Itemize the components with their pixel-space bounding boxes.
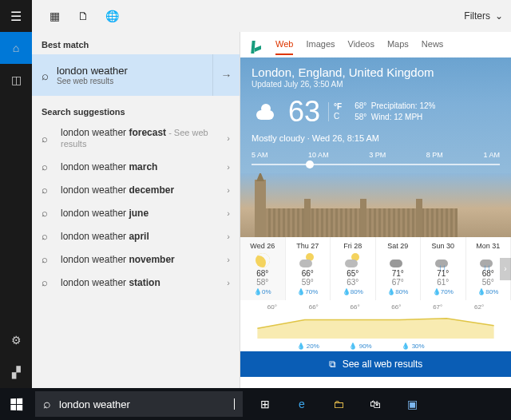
chevron-right-icon: ›	[227, 133, 230, 143]
hourly-timeline[interactable]: 5 AM10 AM3 PM8 PM1 AM	[252, 151, 500, 165]
forecast-day-label: Wed 26	[242, 242, 283, 250]
forecast-precip: 💧70%	[287, 288, 329, 295]
unit-toggle[interactable]: °F C	[328, 102, 342, 121]
store-button[interactable]: 🛍	[358, 388, 393, 420]
bing-tab-maps[interactable]: Maps	[387, 39, 409, 55]
documents-scope-icon[interactable]: 🗋	[69, 2, 97, 30]
weather-details: 68° Precipitation: 12% 58° Wind: 12 MPH	[355, 101, 435, 123]
suggestions-heading: Search suggestions	[32, 99, 240, 121]
bing-tab-web[interactable]: Web	[275, 39, 293, 55]
forecast-lo: 63°	[332, 278, 374, 287]
chevron-right-icon: ›	[227, 255, 230, 264]
bing-tabs: WebImagesVideosMapsNews	[240, 32, 511, 57]
explorer-button[interactable]: 🗀	[321, 388, 356, 420]
start-button[interactable]	[0, 388, 32, 420]
chevron-right-icon: ›	[227, 185, 230, 195]
weather-card: London, England, United Kingdom Updated …	[240, 57, 511, 173]
cortana-header: ▦ 🗋 🌐 Filters ⌄	[32, 0, 511, 32]
forecast-day[interactable]: Sun 30❘❘71°61°💧70%	[421, 237, 466, 300]
search-input[interactable]	[59, 398, 231, 410]
notebook-icon[interactable]: ◫	[0, 64, 32, 96]
apps-scope-icon[interactable]: ▦	[40, 2, 69, 30]
preview-pane: WebImagesVideosMapsNews London, England,…	[240, 32, 511, 388]
forecast-precip: 💧0%	[242, 288, 283, 295]
results-list: Best match ⌕ london weather See web resu…	[32, 32, 240, 388]
search-icon: ⌕	[42, 276, 53, 288]
best-match-subtitle: See web results	[57, 77, 128, 85]
app-button[interactable]: ▣	[394, 388, 430, 420]
search-icon: ⌕	[42, 133, 53, 145]
chevron-right-icon: ›	[227, 232, 230, 241]
see-all-results-button[interactable]: ⧉ See all web results	[240, 351, 511, 377]
forecast-day-label: Fri 28	[332, 242, 374, 250]
forecast-icon	[378, 252, 419, 269]
weather-condition-icon	[252, 97, 280, 126]
suggestion-item[interactable]: ⌕london weather december›	[32, 178, 240, 201]
chevron-down-icon: ⌄	[495, 10, 503, 22]
best-match-title: london weather	[57, 65, 128, 77]
suggestion-text: london weather december	[61, 184, 219, 196]
suggestion-text: london weather station	[61, 277, 219, 288]
chart-value-label: 66°	[391, 303, 401, 311]
forecast-hi: 66°	[287, 269, 329, 278]
forecast-hi: 68°	[242, 269, 283, 278]
forecast-precip: 💧80%	[468, 288, 509, 295]
chevron-right-icon: ›	[227, 208, 230, 218]
forecast-day-label: Sat 29	[378, 242, 419, 250]
chevron-right-icon: ›	[227, 162, 230, 172]
search-icon: ⌕	[43, 397, 51, 411]
location-image	[240, 173, 511, 237]
chart-precip-label: 💧 90%	[349, 343, 371, 350]
forecast-day[interactable]: Fri 2865°63°💧80%	[331, 237, 376, 300]
settings-icon[interactable]: ⚙	[0, 324, 32, 356]
forecast-day[interactable]: Wed 2668°58°💧0%	[240, 237, 286, 300]
chart-value-label: 62°	[474, 303, 484, 311]
web-scope-icon[interactable]: 🌐	[97, 2, 126, 30]
filters-button[interactable]: Filters ⌄	[464, 10, 503, 22]
forecast-day[interactable]: Sat 2971°67°💧80%	[376, 237, 422, 300]
suggestion-text: london weather april	[61, 231, 219, 242]
weather-temp: 63	[288, 95, 320, 129]
cortana-sidebar: ☰ ⌂ ◫ ⚙ ▞	[0, 0, 32, 388]
chart-value-label: 66°	[309, 303, 319, 311]
suggestion-item[interactable]: ⌕london weather forecast - See web resul…	[32, 121, 240, 155]
forecast-day-label: Sun 30	[422, 242, 464, 250]
chart-value-label: 60°	[267, 303, 277, 311]
forecast-day[interactable]: Thu 2766°59°💧70%	[286, 237, 331, 300]
suggestion-item[interactable]: ⌕london weather november›	[32, 248, 240, 271]
forecast-lo: 58°	[242, 278, 283, 287]
timeline-tick: 10 AM	[308, 151, 329, 159]
home-icon[interactable]: ⌂	[0, 32, 32, 64]
search-icon: ⌕	[42, 160, 53, 172]
search-icon: ⌕	[42, 184, 53, 196]
edge-button[interactable]: e	[284, 388, 319, 420]
forecast-hi: 71°	[422, 269, 464, 278]
suggestion-text: london weather march	[61, 161, 219, 172]
taskbar-search[interactable]: ⌕	[35, 391, 243, 417]
bing-tab-videos[interactable]: Videos	[348, 39, 374, 55]
forecast-lo: 59°	[287, 278, 329, 287]
chart-value-label: 66°	[351, 303, 360, 311]
suggestion-item[interactable]: ⌕london weather april›	[32, 224, 240, 248]
suggestion-item[interactable]: ⌕london weather station›	[32, 271, 240, 294]
bing-tab-images[interactable]: Images	[306, 39, 335, 55]
forecast-lo: 61°	[422, 278, 464, 287]
feedback-icon[interactable]: ▞	[0, 356, 32, 388]
temperature-chart: 60°66°66°66°67°62° 💧 20%💧 90%💧 30%	[240, 300, 511, 351]
best-match-heading: Best match	[32, 32, 240, 54]
suggestion-item[interactable]: ⌕london weather march›	[32, 155, 240, 178]
weather-location: London, England, United Kingdom	[252, 65, 500, 79]
forecast-row: Wed 2668°58°💧0%Thu 2766°59°💧70%Fri 2865°…	[240, 237, 511, 300]
open-icon: ⧉	[329, 359, 336, 370]
forecast-next-icon[interactable]: ›	[500, 258, 511, 280]
suggestion-item[interactable]: ⌕london weather june›	[32, 201, 240, 224]
task-view-button[interactable]: ⊞	[248, 388, 283, 420]
best-match-item[interactable]: ⌕ london weather See web results →	[32, 54, 240, 96]
open-arrow-icon[interactable]: →	[212, 54, 240, 96]
forecast-hi: 71°	[378, 269, 419, 278]
timeline-tick: 5 AM	[252, 151, 268, 159]
menu-icon[interactable]: ☰	[0, 0, 32, 32]
bing-tab-news[interactable]: News	[422, 39, 444, 55]
timeline-tick: 8 PM	[426, 151, 443, 159]
chart-precip-label: 💧 20%	[297, 343, 319, 350]
